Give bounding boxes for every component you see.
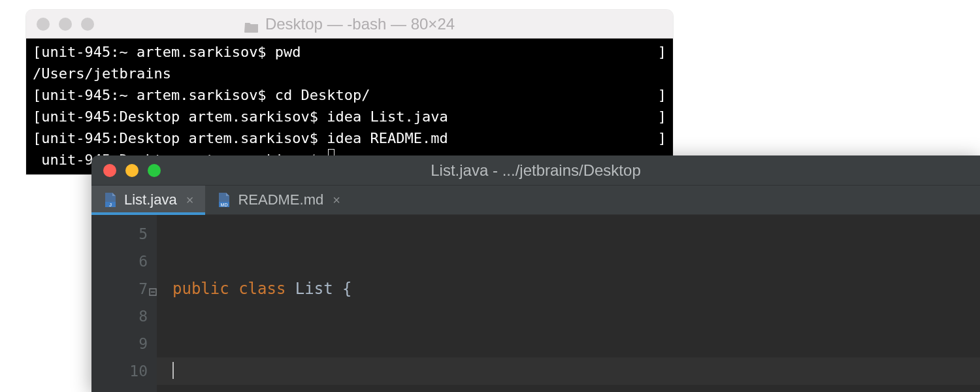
- svg-text:J: J: [109, 202, 112, 208]
- ide-title: List.java - .../jetbrains/Desktop: [91, 161, 980, 180]
- md-file-icon: MD: [217, 192, 231, 208]
- tab-readme-md[interactable]: MD README.md ×: [205, 186, 351, 214]
- fold-marker-icon[interactable]: [148, 278, 157, 287]
- java-file-icon: J: [103, 192, 118, 208]
- line-number: 9: [91, 330, 148, 357]
- editor-caret: [172, 362, 174, 379]
- line-gutter[interactable]: 5 6 7 8 9 10: [91, 215, 157, 392]
- folder-icon: [244, 18, 259, 30]
- terminal-line: [unit-945:~ artem.sarkisov$ pwd]: [33, 41, 666, 63]
- terminal-titlebar[interactable]: Desktop — -bash — 80×24: [26, 10, 673, 39]
- minimize-button[interactable]: [59, 18, 72, 31]
- terminal-title: Desktop — -bash — 80×24: [26, 15, 673, 33]
- minimize-button[interactable]: [125, 164, 139, 177]
- traffic-lights: [103, 164, 161, 177]
- code-line-active: [157, 357, 980, 385]
- line-number: 6: [91, 248, 148, 275]
- line-number: 7: [91, 275, 148, 302]
- editor-body: 5 6 7 8 9 10 public class List { public …: [91, 215, 980, 392]
- svg-text:MD: MD: [221, 203, 228, 207]
- close-icon[interactable]: ×: [184, 193, 194, 208]
- line-number: 10: [91, 357, 148, 385]
- close-button[interactable]: [37, 18, 50, 31]
- ide-titlebar[interactable]: List.java - .../jetbrains/Desktop: [91, 155, 980, 186]
- terminal-body[interactable]: [unit-945:~ artem.sarkisov$ pwd] /Users/…: [26, 39, 673, 174]
- traffic-lights: [37, 18, 94, 31]
- terminal-line: [unit-945:Desktop artem.sarkisov$ idea R…: [33, 127, 666, 149]
- terminal-line: [unit-945:Desktop artem.sarkisov$ idea L…: [33, 106, 666, 127]
- terminal-line: /Users/jetbrains: [33, 63, 666, 84]
- maximize-button[interactable]: [148, 164, 161, 177]
- tab-list-java[interactable]: J List.java ×: [91, 186, 205, 214]
- line-number: 5: [91, 220, 148, 248]
- tab-label: List.java: [124, 191, 177, 208]
- code-area[interactable]: public class List { public static void m…: [157, 215, 980, 392]
- terminal-title-text: Desktop — -bash — 80×24: [265, 15, 455, 33]
- ide-window: List.java - .../jetbrains/Desktop J List…: [91, 155, 980, 392]
- terminal-line: [unit-945:~ artem.sarkisov$ cd Desktop/]: [33, 84, 666, 106]
- close-button[interactable]: [103, 164, 116, 177]
- editor-tabs: J List.java × MD README.md ×: [91, 186, 980, 215]
- line-number: 8: [91, 302, 148, 330]
- code-line: public class List {: [172, 275, 980, 302]
- tab-label: README.md: [238, 191, 323, 208]
- maximize-button[interactable]: [81, 18, 94, 31]
- terminal-window: Desktop — -bash — 80×24 [unit-945:~ arte…: [26, 10, 673, 174]
- close-icon[interactable]: ×: [330, 193, 340, 208]
